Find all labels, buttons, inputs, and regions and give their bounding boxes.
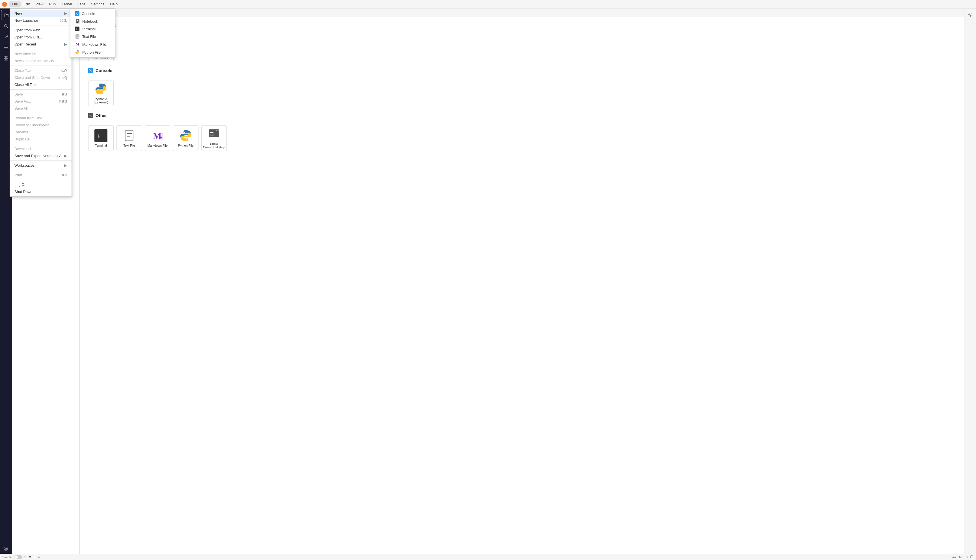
menu-open-recent-label: Open Recent	[14, 42, 36, 46]
menu-save-label: Save	[14, 92, 23, 97]
submenu-console[interactable]: Console	[70, 10, 115, 17]
contextual-help-card-icon	[207, 127, 221, 140]
svg-rect-27	[209, 129, 219, 137]
svg-point-41	[77, 51, 77, 52]
menu-save-all-label: Save All	[14, 106, 28, 110]
menu-close-all[interactable]: Close All Tabs	[10, 81, 72, 88]
menu-workspaces-label: Workspaces	[14, 163, 35, 168]
divider4	[10, 89, 72, 90]
menu-view[interactable]: View	[32, 2, 46, 7]
textfile-submenu-icon	[75, 34, 80, 39]
menu-open-recent[interactable]: Open Recent ▶	[10, 41, 72, 48]
submenu-terminal-label: Terminal	[82, 27, 95, 31]
markdown-submenu-icon: M	[75, 42, 80, 47]
menu-kernel[interactable]: Kernel	[58, 2, 75, 7]
markdown-file-card-icon: M	[151, 129, 164, 142]
menu-settings[interactable]: Settings	[88, 2, 107, 7]
launcher-content: 📓 Notebook Python 3(ipykernel)	[80, 17, 964, 554]
menu-save-export-arrow: ▶	[64, 154, 67, 158]
menu-new-view-label: New View for	[14, 52, 36, 56]
menu-save-export[interactable]: Save and Export Notebook As ▶	[10, 152, 72, 159]
tab-bar: Launcher +	[80, 8, 964, 17]
mode-label: Simple	[2, 555, 12, 559]
menu-duplicate-label: Duplicate	[14, 137, 30, 141]
menu-new[interactable]: New ▶	[10, 10, 72, 17]
menu-save-as: Save As... ⇧⌘S	[10, 98, 72, 105]
menubar: J File Edit View Run Kernel Tabs Setting…	[0, 0, 976, 8]
menu-edit[interactable]: Edit	[21, 2, 32, 7]
svg-rect-31	[210, 135, 214, 136]
divider1	[10, 25, 72, 25]
gear-icon[interactable]	[1, 543, 11, 554]
file-dropdown-menu: New ▶ New Launcher ⇧⌘L Open from Path...…	[10, 8, 72, 197]
markdown-file-card[interactable]: M Markdown File	[145, 125, 170, 151]
menu-open-recent-arrow: ▶	[64, 42, 67, 46]
svg-point-42	[78, 53, 78, 53]
console-python3-card[interactable]: Python 3(ipykernel)	[88, 80, 114, 106]
menu-open-path[interactable]: Open from Path...	[10, 27, 72, 33]
menu-logout[interactable]: Log Out	[10, 181, 72, 188]
menu-tabs[interactable]: Tabs	[75, 2, 88, 7]
menu-reload: Reload from Disk	[10, 115, 72, 122]
menu-save: Save ⌘S	[10, 91, 72, 98]
svg-rect-8	[6, 56, 8, 58]
menu-save-as-shortcut: ⇧⌘S	[53, 100, 67, 103]
submenu-terminal[interactable]: $_ Terminal	[70, 25, 115, 32]
submenu-notebook[interactable]: 📓 Notebook	[70, 17, 115, 25]
right-sidebar	[964, 8, 976, 554]
menu-run[interactable]: Run	[46, 2, 58, 7]
python-submenu-icon	[75, 50, 80, 55]
console-section-icon	[88, 68, 93, 73]
menu-duplicate: Duplicate	[10, 136, 72, 143]
bell-icon	[970, 555, 974, 559]
menu-new-arrow: ▶	[64, 11, 67, 15]
menu-help[interactable]: Help	[107, 2, 120, 7]
python-file-card-icon	[179, 129, 192, 142]
other-grid: $_ Terminal Text File	[88, 125, 956, 151]
svg-point-26	[186, 138, 187, 139]
svg-text:$_: $_	[97, 134, 102, 138]
menu-close-shutdown-label: Close and Shut Down	[14, 75, 50, 80]
statusbar-right: Launcher 0	[951, 555, 974, 559]
submenu-markdown[interactable]: M Markdown File	[70, 40, 115, 48]
menu-new-launcher[interactable]: New Launcher ⇧⌘L	[10, 17, 72, 24]
svg-rect-9	[4, 58, 6, 60]
contextual-help-card-label: ShowContextual Help	[203, 142, 225, 149]
terminal-submenu-icon: $_	[75, 27, 79, 31]
submenu-python-file[interactable]: Python File	[70, 48, 115, 56]
svg-rect-10	[6, 58, 8, 60]
svg-point-25	[184, 132, 185, 133]
submenu-text-file[interactable]: Text File	[70, 32, 115, 40]
text-file-card[interactable]: Text File	[117, 125, 142, 151]
menu-close-tab-label: Close Tab	[14, 68, 31, 73]
svg-text:$_: $_	[76, 28, 78, 30]
submenu-notebook-label: Notebook	[82, 19, 98, 23]
divider9	[10, 180, 72, 180]
right-settings-icon[interactable]	[966, 10, 975, 19]
svg-text:J: J	[4, 3, 5, 6]
menu-shutdown[interactable]: Shut Down	[10, 188, 72, 195]
toggle-track[interactable]	[14, 555, 22, 559]
submenu-python-file-label: Python File	[82, 50, 101, 55]
terminal-card-icon: $_	[94, 129, 107, 142]
menu-new-console-label: New Console for Activity	[14, 59, 54, 63]
notification-count: 0	[966, 555, 968, 559]
menu-revert-label: Revert to Checkpoint...	[14, 123, 52, 127]
menu-new-launcher-label: New Launcher	[14, 18, 38, 23]
svg-point-17	[102, 92, 103, 93]
menu-close-tab: Close Tab ⌥W	[10, 67, 72, 74]
menu-workspaces[interactable]: Workspaces ▶	[10, 162, 72, 169]
menu-open-url-label: Open from URL...	[14, 35, 43, 39]
contextual-help-card[interactable]: ShowContextual Help	[201, 125, 227, 151]
menu-file[interactable]: File	[9, 2, 21, 7]
divider2	[10, 49, 72, 49]
divider3	[10, 65, 72, 66]
menu-rename: Rename...	[10, 128, 72, 136]
line-col: 1 ☰ 0 ⊕	[24, 555, 40, 559]
mode-toggle[interactable]	[14, 555, 22, 559]
python-file-card[interactable]: Python File	[173, 125, 199, 151]
menu-open-url[interactable]: Open from URL...	[10, 33, 72, 41]
svg-rect-30	[210, 133, 215, 135]
terminal-card[interactable]: $_ Terminal	[88, 125, 114, 151]
divider7	[10, 160, 72, 161]
